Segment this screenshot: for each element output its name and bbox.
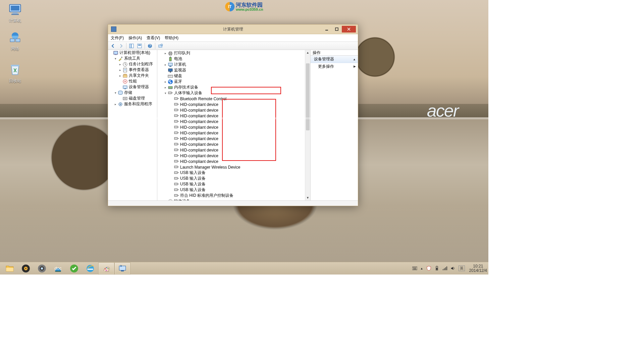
expand-icon[interactable] [169, 97, 173, 101]
volume-icon[interactable] [450, 266, 455, 271]
device-tree-item[interactable]: 符合 HID 标准的用户控制设备 [157, 193, 305, 198]
expand-icon[interactable] [169, 188, 173, 192]
device-tree-item[interactable]: HID-compliant device [157, 113, 305, 119]
close-button[interactable] [342, 26, 356, 33]
expand-icon[interactable]: ▸ [118, 74, 122, 78]
menu-action[interactable]: 操作(A) [128, 35, 142, 41]
taskbar-app-docs[interactable]: doc [50, 263, 66, 274]
device-tree-item[interactable]: ▸软件设备 [157, 198, 305, 200]
menu-view[interactable]: 查看(V) [147, 35, 160, 41]
nav-tree-item[interactable]: ▸事件查看器 [108, 67, 157, 73]
nav-tree-item[interactable]: 计算机管理(本地) [108, 50, 157, 56]
maximize-button[interactable] [332, 26, 342, 33]
desktop-icon-recycle[interactable]: 回收站 [3, 62, 27, 84]
expand-icon[interactable] [169, 108, 173, 112]
expand-icon[interactable]: ▾ [113, 91, 117, 95]
device-tree-item[interactable]: Bluetooth Remote Control [157, 96, 305, 102]
device-tree-item[interactable]: ▸打印队列 [157, 50, 305, 56]
device-tree-item[interactable]: HID-compliant device [157, 159, 305, 164]
taskbar-app-paint[interactable] [99, 263, 114, 274]
expand-icon[interactable] [169, 177, 173, 181]
expand-icon[interactable] [169, 103, 173, 107]
scrollbar-vertical[interactable]: ▲ ▼ [305, 50, 310, 200]
expand-icon[interactable]: ▸ [163, 80, 167, 84]
expand-icon[interactable] [169, 137, 173, 141]
device-tree-item[interactable]: HID-compliant device [157, 124, 305, 130]
expand-icon[interactable]: ▸ [163, 51, 167, 55]
actions-more[interactable]: 更多操作 ▶ [311, 63, 358, 70]
expand-icon[interactable] [169, 160, 173, 164]
expand-icon[interactable] [169, 171, 173, 175]
battery-icon[interactable] [434, 266, 439, 271]
device-tree-item[interactable]: USB 输入设备 [157, 187, 305, 193]
device-tree-item[interactable]: 监视器 [157, 67, 305, 73]
wifi-icon[interactable] [442, 266, 447, 271]
device-tree-item[interactable]: HID-compliant device [157, 130, 305, 136]
scan-hardware-button[interactable] [157, 43, 164, 49]
expand-icon[interactable] [169, 182, 173, 186]
device-tree-item[interactable]: 电池 [157, 56, 305, 62]
nav-tree-item[interactable]: 设备管理器 [108, 84, 157, 90]
scroll-up-button[interactable]: ▲ [305, 50, 310, 55]
navigation-tree[interactable]: 计算机管理(本地)▾系统工具▸任务计划程序▸事件查看器▸共享文件夹性能设备管理器… [108, 50, 157, 200]
device-tree-item[interactable]: HID-compliant device [157, 147, 305, 153]
expand-icon[interactable] [169, 114, 173, 118]
device-tree-item[interactable]: HID-compliant device [157, 107, 305, 113]
expand-icon[interactable] [118, 97, 122, 101]
taskbar-app-explorer[interactable] [2, 263, 17, 274]
device-tree-item[interactable]: 键盘 [157, 73, 305, 79]
device-tree-item[interactable]: HID-compliant device [157, 136, 305, 141]
expand-icon[interactable] [169, 148, 173, 152]
ime-indicator[interactable]: 英 [459, 265, 465, 271]
nav-tree-item[interactable]: ▸任务计划程序 [108, 61, 157, 67]
actions-selected-node[interactable]: 设备管理器 ▲ [311, 56, 358, 63]
device-tree-item[interactable]: USB 输入设备 [157, 176, 305, 181]
expand-icon[interactable] [163, 68, 167, 72]
taskbar-app-antivirus[interactable] [66, 263, 82, 274]
keyboard-icon[interactable] [412, 266, 417, 271]
device-tree-item[interactable]: HID-compliant device [157, 153, 305, 159]
device-tree-item[interactable]: USB 输入设备 [157, 170, 305, 176]
tray-overflow-icon[interactable]: ▲ [420, 267, 423, 270]
expand-icon[interactable] [169, 154, 173, 158]
device-tree-item[interactable]: HID-compliant device [157, 119, 305, 124]
desktop-icon-computer[interactable]: 计算机 [3, 2, 27, 23]
taskbar-clock[interactable]: 10:21 2014/12/4 [469, 264, 487, 273]
nav-tree-item[interactable]: ▾系统工具 [108, 56, 157, 61]
expand-icon[interactable] [109, 51, 113, 55]
expand-icon[interactable]: ▸ [163, 85, 167, 89]
taskbar-app-compmgmt[interactable] [115, 263, 130, 274]
nav-tree-item[interactable]: ▾存储 [108, 90, 157, 96]
nav-back-button[interactable] [109, 43, 117, 49]
show-hide-tree-button[interactable] [128, 43, 135, 49]
taskbar-app-camera[interactable] [34, 263, 50, 274]
expand-icon[interactable]: ▸ [163, 199, 167, 201]
taskbar-app-media[interactable] [18, 263, 34, 274]
help-button[interactable]: ? [146, 43, 154, 49]
expand-icon[interactable] [169, 125, 173, 129]
scroll-down-button[interactable]: ▼ [305, 195, 310, 200]
titlebar[interactable]: 计算机管理 [108, 24, 358, 34]
device-tree-item[interactable]: Launch Manager Wireless Device [157, 164, 305, 170]
expand-icon[interactable]: ▾ [163, 91, 167, 95]
desktop-icon-network[interactable]: 网络 [3, 30, 27, 52]
expand-icon[interactable]: ▸ [118, 62, 122, 66]
device-tree-item[interactable]: HID-compliant device [157, 102, 305, 107]
scroll-thumb[interactable] [306, 63, 310, 130]
expand-icon[interactable] [163, 57, 167, 61]
menu-help[interactable]: 帮助(H) [165, 35, 178, 41]
expand-icon[interactable]: ▸ [118, 68, 122, 72]
nav-tree-item[interactable]: 性能 [108, 78, 157, 84]
device-tree[interactable]: ▸打印队列电池▸计算机监视器键盘▸蓝牙▸内存技术设备▾人体学输入设备Blueto… [157, 50, 305, 200]
expand-icon[interactable] [169, 131, 173, 135]
expand-icon[interactable] [169, 120, 173, 124]
expand-icon[interactable] [169, 194, 173, 198]
device-tree-item[interactable]: USB 输入设备 [157, 181, 305, 187]
device-tree-item[interactable]: HID-compliant device [157, 141, 305, 147]
properties-button[interactable] [136, 43, 143, 49]
expand-icon[interactable] [169, 142, 173, 146]
expand-icon[interactable]: ▸ [163, 63, 167, 67]
expand-icon[interactable]: ▾ [113, 57, 117, 61]
device-tree-item[interactable]: ▾人体学输入设备 [157, 90, 305, 96]
device-tree-item[interactable]: ▸内存技术设备 [157, 84, 305, 90]
